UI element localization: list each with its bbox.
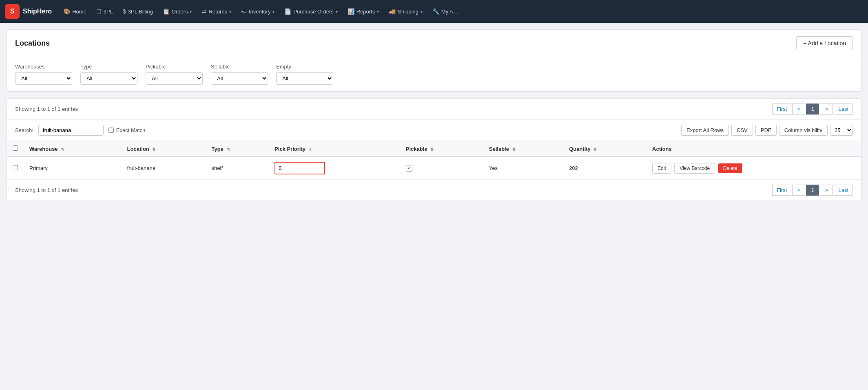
home-icon: 🎨 — [63, 8, 70, 15]
chevron-down-icon: ▾ — [190, 9, 192, 14]
row-pickable — [400, 156, 483, 180]
nav-item-reports[interactable]: 📊 Reports ▾ — [343, 0, 384, 23]
returns-icon: ⇄ — [202, 8, 206, 15]
first-button-bottom[interactable]: First — [772, 185, 791, 196]
sort-icon: ∧ — [309, 147, 312, 152]
header-pick-priority[interactable]: Pick Priority ∧ — [269, 141, 400, 157]
current-page-bottom[interactable]: 1 — [806, 185, 819, 196]
filter-sellable: Sellable All — [211, 64, 268, 85]
filter-warehouses: Warehouses All — [15, 64, 72, 85]
pickable-checkmark — [406, 165, 412, 172]
chevron-down-icon: ▾ — [421, 9, 423, 14]
pdf-button[interactable]: PDF — [755, 125, 777, 136]
filter-pickable: Pickable All — [146, 64, 203, 85]
column-visibility-button[interactable]: Column visibility — [779, 125, 828, 136]
chevron-down-icon: ▾ — [377, 9, 379, 14]
sort-icon: ⇅ — [61, 147, 64, 152]
search-input[interactable] — [38, 125, 104, 136]
data-table: Warehouse ⇅ Location ⇅ Type ⇅ Pick Prior… — [7, 141, 861, 180]
nav-item-my-account[interactable]: 🔧 My A… — [427, 0, 463, 23]
showing-info-bottom: Showing 1 to 1 of 1 entries — [15, 187, 78, 193]
table-body: Primary fruit-banana shelf — [7, 156, 861, 180]
row-type: shelf — [206, 156, 269, 180]
first-button-top[interactable]: First — [772, 104, 791, 115]
export-all-rows-button[interactable]: Export All Rows — [681, 125, 729, 136]
row-sellable: Yes — [483, 156, 563, 180]
chevron-down-icon: ▾ — [229, 9, 231, 14]
search-left: Search: Exact Match — [15, 125, 145, 136]
nav-item-3pl[interactable]: ☐ 3PL — [91, 0, 118, 23]
brand-logo: S — [5, 4, 20, 19]
pagination-controls-top: First < 1 > Last — [772, 104, 853, 115]
edit-button[interactable]: Edit — [652, 163, 671, 174]
header-sellable[interactable]: Sellable ⇅ — [483, 141, 563, 157]
exact-match-label[interactable]: Exact Match — [108, 127, 146, 133]
sellable-label: Sellable — [211, 64, 268, 70]
filter-type: Type All — [80, 64, 137, 85]
header-warehouse[interactable]: Warehouse ⇅ — [24, 141, 122, 157]
add-location-button[interactable]: + Add a Location — [796, 36, 853, 50]
last-button-bottom[interactable]: Last — [834, 185, 853, 196]
prev-button-top[interactable]: < — [792, 104, 805, 115]
billing-icon: $ — [123, 8, 126, 15]
nav-item-inventory[interactable]: 🏷 Inventory ▾ — [236, 0, 279, 23]
pick-priority-input-wrapper — [275, 162, 325, 174]
brand[interactable]: S ShipHero — [5, 4, 52, 19]
empty-select[interactable]: All — [276, 72, 333, 85]
locations-card: Locations + Add a Location Warehouses Al… — [7, 29, 861, 92]
search-right: Export All Rows CSV PDF Column visibilit… — [681, 125, 853, 136]
card-header: Locations + Add a Location — [7, 30, 861, 57]
empty-label: Empty — [276, 64, 333, 70]
pick-priority-input[interactable] — [275, 163, 324, 174]
nav-item-orders[interactable]: 📋 Orders ▾ — [158, 0, 197, 23]
sort-icon: ⇅ — [512, 147, 516, 152]
wrench-icon: 🔧 — [432, 8, 439, 15]
nav-item-home[interactable]: 🎨 Home — [58, 0, 91, 23]
current-page-top[interactable]: 1 — [806, 104, 819, 115]
last-button-top[interactable]: Last — [834, 104, 853, 115]
main-content: Locations + Add a Location Warehouses Al… — [0, 23, 868, 208]
delete-button[interactable]: Delete — [718, 163, 742, 173]
filter-empty: Empty All — [276, 64, 333, 85]
prev-button-bottom[interactable]: < — [792, 185, 805, 196]
exact-match-checkbox[interactable] — [108, 128, 114, 133]
sellable-select[interactable]: All — [211, 72, 268, 85]
row-location: fruit-banana — [122, 156, 206, 180]
table-card: Showing 1 to 1 of 1 entries First < 1 > … — [7, 98, 861, 201]
table-header-row: Warehouse ⇅ Location ⇅ Type ⇅ Pick Prior… — [7, 141, 861, 157]
row-checkbox-cell — [7, 156, 24, 180]
row-checkbox[interactable] — [13, 165, 18, 170]
pickable-select[interactable]: All — [146, 72, 203, 85]
header-location[interactable]: Location ⇅ — [122, 141, 206, 157]
next-button-top[interactable]: > — [820, 104, 833, 115]
header-pickable[interactable]: Pickable ⇅ — [400, 141, 483, 157]
view-barcode-button[interactable]: View Barcode — [674, 163, 715, 174]
showing-info-top: Showing 1 to 1 of 1 entries — [15, 106, 78, 112]
bottom-pagination-row: Showing 1 to 1 of 1 entries First < 1 > … — [7, 180, 861, 201]
nav-item-shipping[interactable]: 🚚 Shipping ▾ — [384, 0, 427, 23]
nav-item-3pl-billing[interactable]: $ 3PL Billing — [118, 0, 158, 23]
type-select[interactable]: All — [80, 72, 137, 85]
chevron-down-icon: ▾ — [272, 9, 275, 14]
header-type[interactable]: Type ⇅ — [206, 141, 269, 157]
header-actions: Actions — [647, 141, 861, 157]
nav-item-returns[interactable]: ⇄ Returns ▾ — [197, 0, 236, 23]
warehouses-select[interactable]: All — [15, 72, 72, 85]
row-warehouse: Primary — [24, 156, 122, 180]
sort-icon: ⇅ — [152, 147, 155, 152]
chevron-down-icon: ▾ — [336, 9, 338, 14]
purchase-orders-icon: 📄 — [284, 8, 291, 15]
select-all-checkbox[interactable] — [13, 145, 18, 151]
header-quantity[interactable]: Quantity ⇅ — [563, 141, 647, 157]
row-pick-priority — [269, 156, 400, 180]
page-title: Locations — [15, 39, 50, 48]
navbar: S ShipHero 🎨 Home ☐ 3PL $ 3PL Billing 📋 … — [0, 0, 868, 23]
sort-icon: ⇅ — [593, 147, 597, 152]
next-button-bottom[interactable]: > — [820, 185, 833, 196]
shipping-icon: 🚚 — [389, 8, 396, 15]
nav-item-purchase-orders[interactable]: 📄 Purchase Orders ▾ — [279, 0, 342, 23]
per-page-select[interactable]: 25 50 100 — [830, 125, 853, 136]
table-head: Warehouse ⇅ Location ⇅ Type ⇅ Pick Prior… — [7, 141, 861, 157]
pickable-label: Pickable — [146, 64, 203, 70]
csv-button[interactable]: CSV — [731, 125, 753, 136]
